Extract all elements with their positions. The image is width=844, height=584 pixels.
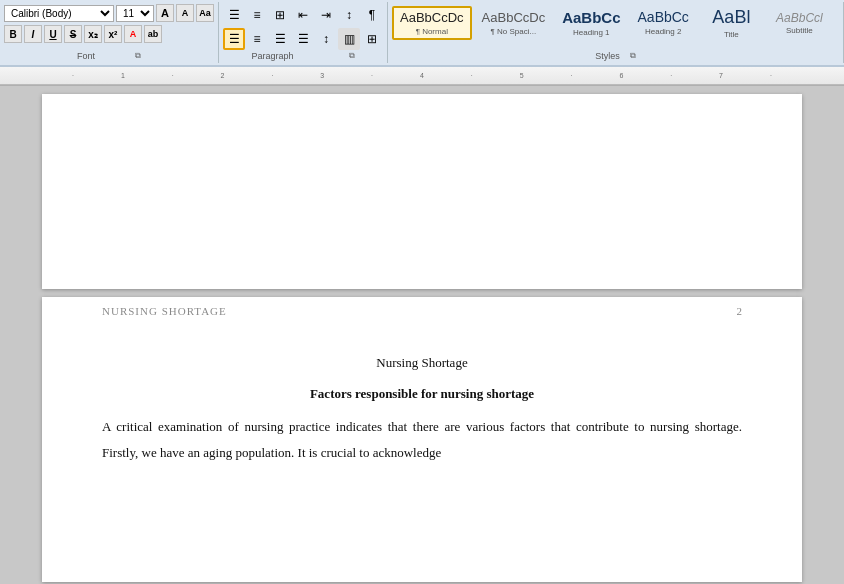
ruler-mark-5: 3 bbox=[320, 72, 324, 79]
style-no-spacing-label: ¶ No Spaci... bbox=[491, 27, 537, 36]
style-heading1[interactable]: AaBbCc Heading 1 bbox=[555, 6, 627, 40]
style-heading2-label: Heading 2 bbox=[645, 27, 681, 36]
ruler-mark-1: 1 bbox=[121, 72, 125, 79]
clear-format-btn[interactable]: Aa bbox=[196, 4, 214, 22]
paragraph-group: ☰ ≡ ⊞ ⇤ ⇥ ↕ ¶ ☰ ≡ ☰ ☰ ↕ ▥ ⊞ Paragraph ⧉ bbox=[219, 2, 388, 63]
ruler-mark-9: 5 bbox=[520, 72, 524, 79]
justify-btn[interactable]: ☰ bbox=[292, 28, 314, 50]
styles-dialog-btn[interactable]: ⧉ bbox=[630, 51, 636, 61]
ruler: · 1 · 2 · 3 · 4 · 5 · 6 · 7 · bbox=[0, 67, 844, 85]
numbered-list-btn[interactable]: ≡ bbox=[246, 4, 268, 26]
font-size-select[interactable]: 11 bbox=[116, 5, 154, 22]
sort-btn[interactable]: ↕ bbox=[338, 4, 360, 26]
style-title[interactable]: AaBl Title bbox=[699, 4, 764, 42]
style-no-spacing-preview: AaBbCcDc bbox=[482, 10, 546, 26]
highlight-btn[interactable]: ab bbox=[144, 25, 162, 43]
font-dialog-btn[interactable]: ⧉ bbox=[135, 51, 141, 61]
line-spacing-btn[interactable]: ↕ bbox=[315, 28, 337, 50]
style-heading2-preview: AaBbCc bbox=[638, 9, 689, 26]
shading-btn[interactable]: ▥ bbox=[338, 28, 360, 50]
font-group: Calibri (Body) 11 A A Aa B I U S x₂ x² A… bbox=[0, 2, 219, 63]
page-header: NURSING SHORTAGE 2 bbox=[42, 297, 802, 321]
align-center-btn[interactable]: ≡ bbox=[246, 28, 268, 50]
section-title: Nursing Shortage bbox=[102, 351, 742, 374]
header-title: NURSING SHORTAGE bbox=[102, 305, 227, 317]
document-area: NURSING SHORTAGE 2 Nursing Shortage Fact… bbox=[0, 86, 844, 584]
sub-heading: Factors responsible for nursing shortage bbox=[102, 382, 742, 405]
style-heading1-label: Heading 1 bbox=[573, 28, 609, 37]
para-dialog-btn[interactable]: ⧉ bbox=[349, 51, 355, 61]
styles-group-label: Styles ⧉ bbox=[392, 50, 839, 61]
ruler-mark-12: · bbox=[670, 72, 672, 79]
strikethrough-btn[interactable]: S bbox=[64, 25, 82, 43]
ribbon: Calibri (Body) 11 A A Aa B I U S x₂ x² A… bbox=[0, 0, 844, 67]
bullet-list-btn[interactable]: ☰ bbox=[223, 4, 245, 26]
page-2[interactable]: NURSING SHORTAGE 2 Nursing Shortage Fact… bbox=[42, 297, 802, 582]
style-normal[interactable]: AaBbCcDc ¶ Normal bbox=[392, 6, 472, 40]
ruler-mark-7: 4 bbox=[420, 72, 424, 79]
multilevel-list-btn[interactable]: ⊞ bbox=[269, 4, 291, 26]
paragraph-group-label: Paragraph ⧉ bbox=[223, 50, 383, 61]
toolbar: Calibri (Body) 11 A A Aa B I U S x₂ x² A… bbox=[0, 0, 844, 86]
ruler-mark-8: · bbox=[471, 72, 473, 79]
ruler-mark-4: · bbox=[271, 72, 273, 79]
style-subtitle-label: Subtitle bbox=[786, 26, 813, 35]
bold-btn[interactable]: B bbox=[4, 25, 22, 43]
style-title-label: Title bbox=[724, 30, 739, 39]
shrink-font-btn[interactable]: A bbox=[176, 4, 194, 22]
style-subtitle-preview: AaBbCcl bbox=[776, 11, 823, 25]
ruler-mark-10: · bbox=[571, 72, 573, 79]
ruler-mark-13: 7 bbox=[719, 72, 723, 79]
style-heading2[interactable]: AaBbCc Heading 2 bbox=[631, 6, 696, 39]
page-2-content: Nursing Shortage Factors responsible for… bbox=[42, 321, 802, 494]
subscript-btn[interactable]: x₂ bbox=[84, 25, 102, 43]
page-1-content bbox=[42, 94, 802, 134]
style-title-preview: AaBl bbox=[712, 7, 750, 29]
style-normal-preview: AaBbCcDc bbox=[400, 10, 464, 26]
ruler-mark-14: · bbox=[770, 72, 772, 79]
show-marks-btn[interactable]: ¶ bbox=[361, 4, 383, 26]
ruler-mark-3: 2 bbox=[221, 72, 225, 79]
page-number: 2 bbox=[737, 305, 743, 317]
italic-btn[interactable]: I bbox=[24, 25, 42, 43]
page-1 bbox=[42, 94, 802, 289]
style-heading1-preview: AaBbCc bbox=[562, 9, 620, 27]
grow-font-btn[interactable]: A bbox=[156, 4, 174, 22]
styles-group: AaBbCcDc ¶ Normal AaBbCcDc ¶ No Spaci...… bbox=[388, 2, 844, 63]
style-no-spacing[interactable]: AaBbCcDc ¶ No Spaci... bbox=[475, 7, 553, 39]
align-right-btn[interactable]: ☰ bbox=[269, 28, 291, 50]
align-left-btn[interactable]: ☰ bbox=[223, 28, 245, 50]
borders-btn[interactable]: ⊞ bbox=[361, 28, 383, 50]
font-color-btn[interactable]: A bbox=[124, 25, 142, 43]
style-normal-label: ¶ Normal bbox=[416, 27, 448, 36]
style-subtitle[interactable]: AaBbCcl Subtitle bbox=[767, 8, 832, 38]
font-name-select[interactable]: Calibri (Body) bbox=[4, 5, 114, 22]
ruler-mark-11: 6 bbox=[619, 72, 623, 79]
underline-btn[interactable]: U bbox=[44, 25, 62, 43]
ruler-mark-2: · bbox=[172, 72, 174, 79]
styles-row: AaBbCcDc ¶ Normal AaBbCcDc ¶ No Spaci...… bbox=[392, 4, 839, 42]
increase-indent-btn[interactable]: ⇥ bbox=[315, 4, 337, 26]
body-paragraph[interactable]: A critical examination of nursing practi… bbox=[102, 414, 742, 466]
decrease-indent-btn[interactable]: ⇤ bbox=[292, 4, 314, 26]
font-group-label: Font ⧉ bbox=[4, 50, 214, 61]
ruler-mark-6: · bbox=[371, 72, 373, 79]
superscript-btn[interactable]: x² bbox=[104, 25, 122, 43]
ruler-mark-neg1: · bbox=[72, 72, 74, 79]
